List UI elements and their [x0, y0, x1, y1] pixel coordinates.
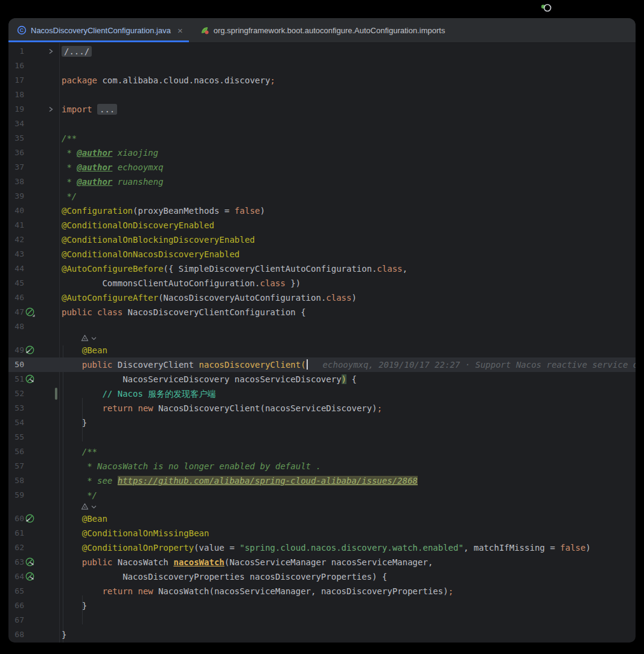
- fold-chevron-icon[interactable]: [47, 48, 54, 55]
- code-line[interactable]: 39 */: [8, 189, 636, 204]
- code-line[interactable]: 40@Configuration(proxyBeanMethods = fals…: [8, 204, 636, 218]
- line-number[interactable]: 51: [8, 372, 24, 386]
- line-number[interactable]: 54: [8, 415, 24, 430]
- code-line[interactable]: 63 public NacosWatch nacosWatch(NacosSer…: [8, 555, 636, 569]
- code-line[interactable]: 42@ConditionalOnBlockingDiscoveryEnabled: [8, 232, 636, 247]
- code-line[interactable]: 62 @ConditionalOnProperty(value = "sprin…: [8, 540, 636, 555]
- close-icon[interactable]: ×: [177, 26, 183, 35]
- tab-imports-file[interactable]: org.springframework.boot.autoconfigure.A…: [189, 18, 451, 42]
- code-line[interactable]: 50 public DiscoveryClient nacosDiscovery…: [8, 357, 636, 372]
- code-text: /.../: [62, 44, 636, 59]
- code-line[interactable]: 43@ConditionalOnNacosDiscoveryEnabled: [8, 247, 636, 261]
- line-number[interactable]: 42: [8, 232, 24, 247]
- code-text: }: [62, 415, 636, 430]
- spring-bean-icon[interactable]: [25, 513, 36, 524]
- line-number[interactable]: 18: [8, 88, 24, 102]
- line-number[interactable]: 66: [8, 598, 24, 613]
- line-number[interactable]: 61: [8, 526, 24, 540]
- line-number[interactable]: 63: [8, 555, 24, 569]
- line-number[interactable]: 65: [8, 584, 24, 598]
- code-line[interactable]: 47public class NacosDiscoveryClientConfi…: [8, 305, 636, 319]
- code-line[interactable]: 53 return new NacosDiscoveryClient(nacos…: [8, 401, 636, 415]
- line-number[interactable]: 49: [8, 343, 24, 357]
- code-line[interactable]: 46@AutoConfigureAfter(NacosDiscoveryAuto…: [8, 290, 636, 305]
- code-line[interactable]: 35/**: [8, 131, 636, 146]
- code-line[interactable]: 16: [8, 59, 636, 73]
- code-line[interactable]: 51 NacosServiceDiscovery nacosServiceDis…: [8, 372, 636, 386]
- code-line[interactable]: 18: [8, 88, 636, 102]
- spring-bean-icon[interactable]: [25, 307, 36, 318]
- code-line[interactable]: 55: [8, 430, 636, 444]
- line-number[interactable]: 57: [8, 459, 24, 473]
- line-number[interactable]: 41: [8, 218, 24, 232]
- line-number[interactable]: 17: [8, 73, 24, 88]
- line-number[interactable]: 37: [8, 160, 24, 175]
- fold-chevron-icon[interactable]: [47, 106, 54, 113]
- code-line[interactable]: 54 }: [8, 415, 636, 430]
- code-line[interactable]: 45 CommonsClientAutoConfiguration.class …: [8, 276, 636, 290]
- line-number[interactable]: 36: [8, 146, 24, 160]
- line-number[interactable]: 53: [8, 401, 24, 415]
- code-line[interactable]: 17package com.alibaba.cloud.nacos.discov…: [8, 73, 636, 88]
- spring-bean-icon[interactable]: [25, 374, 36, 385]
- code-line[interactable]: 58 * see https://github.com/alibaba/spri…: [8, 473, 636, 488]
- code-line[interactable]: 67: [8, 613, 636, 627]
- code-line[interactable]: 41@ConditionalOnDiscoveryEnabled: [8, 218, 636, 232]
- code-text: @ConditionalOnNacosDiscoveryEnabled: [62, 247, 636, 261]
- spring-bean-icon[interactable]: [25, 557, 36, 568]
- line-number[interactable]: 34: [8, 117, 24, 131]
- code-line[interactable]: 57 * NacosWatch is no longer enabled by …: [8, 459, 636, 473]
- line-number[interactable]: 58: [8, 473, 24, 488]
- spring-bean-icon[interactable]: [25, 345, 36, 356]
- code-line[interactable]: 59 */: [8, 488, 636, 502]
- code-line[interactable]: 61 @ConditionalOnMissingBean: [8, 526, 636, 540]
- line-number[interactable]: 56: [8, 444, 24, 459]
- code-line[interactable]: 60 @Bean: [8, 511, 636, 526]
- code-line[interactable]: 56 /**: [8, 444, 636, 459]
- code-text: @AutoConfigureAfter(NacosDiscoveryAutoCo…: [62, 290, 636, 305]
- code-line[interactable]: 52 // Nacos 服务的发现客户端: [8, 386, 636, 401]
- line-number[interactable]: 40: [8, 204, 24, 218]
- line-number[interactable]: 50: [8, 357, 24, 372]
- line-number[interactable]: 43: [8, 247, 24, 261]
- line-number[interactable]: 39: [8, 189, 24, 204]
- line-number[interactable]: 60: [8, 511, 24, 526]
- code-line[interactable]: 36 * @author xiaojing: [8, 146, 636, 160]
- line-number[interactable]: 47: [8, 305, 24, 319]
- line-number[interactable]: 59: [8, 488, 24, 502]
- tab-java-file[interactable]: C NacosDiscoveryClientConfiguration.java…: [8, 18, 189, 42]
- line-number[interactable]: 38: [8, 175, 24, 189]
- code-line[interactable]: 68}: [8, 627, 636, 642]
- line-number[interactable]: 67: [8, 613, 24, 627]
- line-number[interactable]: 55: [8, 430, 24, 444]
- line-number[interactable]: 19: [8, 102, 24, 117]
- line-number[interactable]: 1: [8, 44, 24, 59]
- code-line[interactable]: 34: [8, 117, 636, 131]
- line-number[interactable]: 64: [8, 569, 24, 584]
- code-line[interactable]: 44@AutoConfigureBefore({ SimpleDiscovery…: [8, 261, 636, 276]
- line-number[interactable]: 35: [8, 131, 24, 146]
- spring-bean-icon[interactable]: [25, 571, 36, 582]
- code-line[interactable]: 37 * @author echooymxq: [8, 160, 636, 175]
- vcs-change-marker[interactable]: [55, 388, 57, 400]
- code-line[interactable]: 66 }: [8, 598, 636, 613]
- code-line[interactable]: 65 return new NacosWatch(nacosServiceMan…: [8, 584, 636, 598]
- line-number[interactable]: 46: [8, 290, 24, 305]
- code-text: * see https://github.com/alibaba/spring-…: [62, 473, 636, 488]
- code-text: return new NacosWatch(nacosServiceManage…: [62, 584, 636, 598]
- code-line[interactable]: 38 * @author ruansheng: [8, 175, 636, 189]
- line-number[interactable]: 62: [8, 540, 24, 555]
- code-line[interactable]: 1/.../: [8, 44, 636, 59]
- code-line[interactable]: 19import ...: [8, 102, 636, 117]
- line-number[interactable]: 45: [8, 276, 24, 290]
- line-number[interactable]: 48: [8, 319, 24, 334]
- ai-inlay-icon[interactable]: [81, 503, 97, 510]
- line-number[interactable]: 44: [8, 261, 24, 276]
- line-number[interactable]: 16: [8, 59, 24, 73]
- code-line[interactable]: 49 @Bean: [8, 343, 636, 357]
- code-line[interactable]: 64 NacosDiscoveryProperties nacosDiscove…: [8, 569, 636, 584]
- code-line[interactable]: 48: [8, 319, 636, 334]
- ai-inlay-icon[interactable]: [81, 335, 97, 342]
- line-number[interactable]: 68: [8, 627, 24, 642]
- line-number[interactable]: 52: [8, 386, 24, 401]
